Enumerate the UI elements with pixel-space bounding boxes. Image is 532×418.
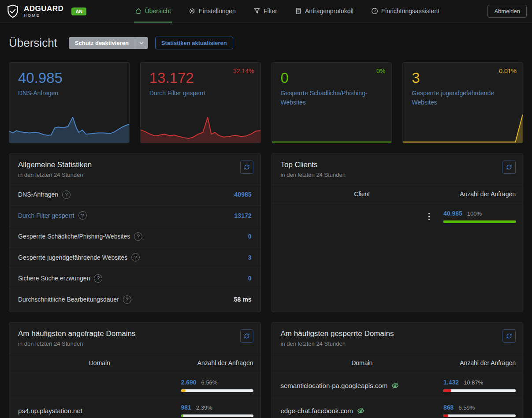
protection-split-button: Schutz deaktivieren	[69, 37, 148, 49]
refresh-card-button[interactable]	[502, 329, 516, 343]
progress-bar	[181, 389, 253, 392]
column-header-domain: Domain	[18, 357, 181, 369]
brand-subtitle: HOME	[24, 14, 63, 18]
svg-text:?: ?	[373, 9, 376, 13]
card-title: Am häufigsten gesperrte Domains	[281, 329, 394, 338]
help-circle-icon: ?	[371, 7, 378, 15]
help-icon[interactable]: ?	[134, 232, 142, 241]
stats-row-label-link[interactable]: Durch Filter gesperrt	[18, 212, 74, 219]
request-count: 40.985	[443, 210, 462, 217]
sparkline-chart	[9, 114, 129, 143]
brand-title: ADGUARD	[24, 5, 63, 12]
stat-card-link[interactable]: DNS-Anfragen	[18, 89, 108, 98]
stat-percent: 0%	[376, 67, 385, 75]
refresh-icon	[506, 164, 512, 170]
stat-card-link[interactable]: Durch Filter gesperrt	[149, 89, 239, 98]
domain-name: edge-chat.facebook.com	[281, 407, 353, 414]
column-header-count: Anzahl der Anfragen	[443, 359, 516, 366]
help-icon[interactable]: ?	[78, 211, 87, 220]
column-header-count: Anzahl der Anfragen	[443, 190, 516, 198]
refresh-card-button[interactable]	[240, 160, 253, 174]
stat-cards-row: 40.985 DNS-Anfragen 13.172 Durch Filter …	[9, 62, 523, 143]
column-header-count: Anzahl der Anfragen	[181, 359, 253, 366]
stat-value: 0	[281, 70, 383, 86]
stats-row-blocked-adult: Gesperrte jugendgefährdende Websites? 3	[9, 247, 260, 269]
stat-percent: 0.01%	[499, 67, 517, 75]
table-header: Domain Anzahl der Anfragen	[272, 353, 523, 373]
progress-bar	[443, 414, 516, 417]
brand-home-link[interactable]: ADGUARD HOME AN	[6, 0, 86, 22]
stat-card-blocked-adult: 3 Gesperrte jugendgefährdende Websites 0…	[402, 62, 523, 143]
gear-icon	[189, 7, 196, 15]
progress-bar	[443, 389, 516, 392]
nav-item-filter[interactable]: Filter	[253, 0, 278, 22]
stat-card-link[interactable]: Gesperrte Schädliche/Phishing-Websites	[281, 89, 371, 107]
table-row: 40.985 100%	[272, 204, 523, 229]
nav-item-label: Filter	[264, 7, 277, 15]
stats-row-label: Durchschnittliche Bearbeitungsdauer	[18, 296, 119, 303]
stats-row-value: 0	[248, 275, 252, 282]
home-icon	[135, 7, 142, 15]
help-icon[interactable]: ?	[94, 274, 102, 283]
general-statistics-card: Allgemeine Statistiken in den letzten 24…	[9, 153, 261, 312]
stat-card-blocked-by-filters: 13.172 Durch Filter gesperrt 32.14%	[140, 62, 261, 143]
funnel-icon	[253, 7, 260, 15]
domain-name: semanticlocation-pa.googleapis.com	[281, 382, 388, 389]
nav-item-label: Anfragenprotokoll	[305, 7, 353, 15]
request-percent: 6.59%	[458, 404, 475, 411]
card-subtitle: in den letzten 24 Stunden	[18, 172, 92, 178]
stats-row-value: 40985	[234, 191, 252, 198]
refresh-icon	[244, 333, 250, 339]
table-row: semanticlocation-pa.googleapis.com 1.432…	[272, 373, 523, 398]
logout-button[interactable]: Abmelden	[487, 5, 527, 18]
stat-value: 40.985	[18, 70, 120, 86]
progress-bar	[443, 220, 516, 223]
table-header: Domain Anzahl der Anfragen	[9, 353, 260, 373]
refresh-statistics-button[interactable]: Statistiken aktualisieren	[155, 37, 233, 49]
stats-row-value: 3	[248, 254, 252, 261]
request-percent: 10.87%	[464, 379, 483, 386]
nav-items: Übersicht Einstellungen Filter Anfragenp…	[134, 0, 440, 22]
nav-item-anfragenprotokoll[interactable]: Anfragenprotokoll	[294, 0, 354, 22]
progress-bar	[181, 414, 253, 417]
navbar: ADGUARD HOME AN Übersicht Einstellungen …	[0, 0, 532, 23]
stats-row-value: 13172	[234, 212, 252, 219]
nav-item-einrichtungsassistent[interactable]: ? Einrichtungsassistent	[370, 0, 440, 22]
disable-protection-button[interactable]: Schutz deaktivieren	[69, 37, 135, 49]
nav-item-einstellungen[interactable]: Einstellungen	[188, 0, 237, 22]
sparkline-chart	[272, 114, 392, 143]
bottom-row: Am häufigsten angefragte Domains in den …	[9, 322, 523, 418]
request-percent: 6.56%	[201, 379, 218, 386]
document-icon	[295, 7, 302, 15]
protection-dropdown-toggle[interactable]	[135, 37, 148, 49]
request-percent: 100%	[467, 210, 482, 217]
stats-row-blocked-by-filters: Durch Filter gesperrt? 13172	[9, 205, 260, 227]
kebab-menu-icon[interactable]	[427, 212, 432, 222]
help-icon[interactable]: ?	[62, 190, 71, 199]
chevron-down-icon	[138, 40, 145, 46]
stat-card-link[interactable]: Gesperrte jugendgefährdende Websites	[412, 89, 502, 107]
request-percent: 2.39%	[196, 404, 212, 411]
nav-item-label: Einstellungen	[199, 7, 236, 15]
middle-row: Allgemeine Statistiken in den letzten 24…	[9, 153, 523, 312]
page-title: Übersicht	[9, 36, 57, 50]
refresh-card-button[interactable]	[502, 160, 516, 174]
help-icon[interactable]: ?	[131, 253, 140, 261]
stats-row-label: Gesperrte Schädliche/Phishing-Websites	[18, 233, 130, 240]
top-blocked-domains-card: Am häufigsten gesperrte Domains in den l…	[272, 322, 524, 418]
stat-percent: 32.14%	[233, 67, 254, 75]
card-subtitle: in den letzten 24 Stunden	[281, 340, 394, 347]
column-header-client: Client	[281, 188, 444, 200]
refresh-icon	[506, 333, 512, 339]
stats-row-label: Sichere Suche erzwungen	[18, 275, 90, 282]
adguard-shield-logo	[6, 4, 19, 19]
nav-item-uebersicht[interactable]: Übersicht	[134, 0, 172, 22]
help-icon[interactable]: ?	[123, 295, 131, 304]
blocked-eye-off-icon	[357, 407, 365, 414]
sparkline-chart	[141, 114, 260, 143]
stats-row-value: 58 ms	[234, 296, 252, 303]
request-count: 868	[443, 404, 454, 411]
refresh-card-button[interactable]	[240, 329, 253, 343]
page-header: Übersicht Schutz deaktivieren Statistike…	[9, 36, 523, 50]
nav-item-label: Übersicht	[145, 7, 171, 15]
